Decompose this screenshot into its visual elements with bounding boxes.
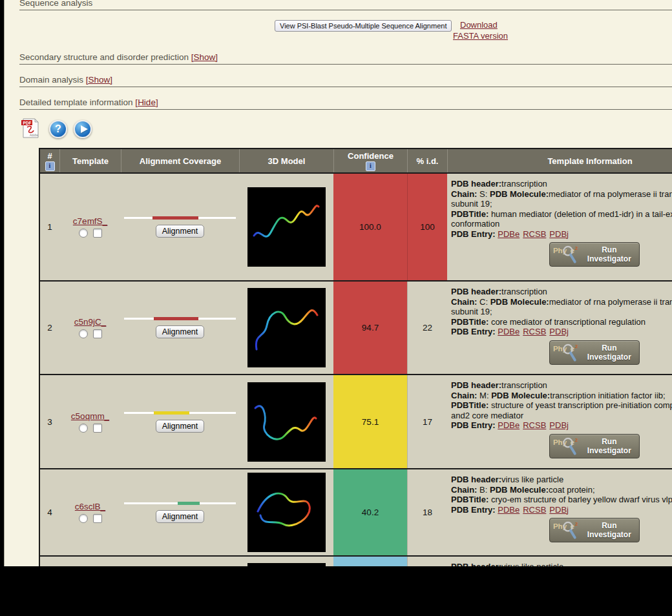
model-cell (239, 282, 333, 374)
results-page: Sequence analysis View PSI-Blast Pseudo-… (0, 0, 672, 566)
template-radio[interactable] (79, 329, 88, 338)
percent-id-value: 18 (423, 508, 432, 517)
phyre2-logo-icon: Phye2 (552, 518, 580, 542)
template-link[interactable]: c5n9jC_ (74, 317, 107, 327)
pdb-entry-link[interactable]: PDBe (498, 420, 520, 430)
svg-text:2: 2 (575, 343, 578, 349)
pdb-title-line: PDBTitle: core mediator of transcription… (451, 317, 646, 327)
template-link[interactable]: c5oqmm_ (71, 411, 109, 421)
column-header-coverage: Alignment Coverage (121, 149, 239, 172)
table-row: 1c7emfS_Alignment100.0100PDB header:tran… (40, 172, 672, 280)
column-header-confidence: Confidence i (333, 149, 407, 172)
run-investigator-button[interactable]: Phye2Run Investigator (549, 434, 640, 458)
pdb-entry-link[interactable]: PDBe (498, 505, 520, 515)
template-checkbox[interactable] (93, 514, 102, 523)
pdb-entry-link[interactable]: PDBj (549, 505, 569, 515)
template-radio[interactable] (79, 514, 88, 523)
percent-id-value: 22 (423, 323, 432, 333)
model-thumbnail[interactable] (247, 382, 326, 462)
section-domain-analysis: Domain analysis [Show] (19, 75, 672, 87)
hide-detailed-link[interactable]: [Hide] (135, 98, 158, 107)
pdb-entry-link[interactable]: RCSB (523, 505, 546, 515)
svg-text:PDF: PDF (23, 121, 32, 125)
rank-value: 2 (47, 323, 52, 333)
run-investigator-button[interactable]: Phye2Run Investigator (549, 242, 640, 267)
coverage-cell (121, 557, 239, 566)
pdb-entry-link[interactable]: RCSB (523, 420, 546, 430)
coverage-bar (123, 411, 237, 415)
model-thumbnail[interactable] (247, 473, 326, 552)
template-checkbox[interactable] (93, 329, 102, 338)
template-cell: c5n9jC_ (59, 282, 121, 374)
coverage-bar (123, 317, 237, 320)
view-psi-blast-button[interactable]: View PSI-Blast Pseudo-Multiple Sequence … (275, 20, 452, 32)
model-cell (239, 469, 333, 555)
section-title: Domain analysis (19, 75, 83, 85)
table-row: PDB header:virus like particleChain: A: … (40, 555, 672, 566)
pdb-entry-link[interactable]: PDBj (549, 420, 569, 430)
template-link[interactable]: c6sclB_ (75, 502, 105, 511)
download-link[interactable]: Download (460, 20, 498, 30)
pdb-entry-link[interactable]: RCSB (523, 327, 546, 336)
rank-cell: 4 (40, 469, 59, 555)
coverage-segment (152, 216, 198, 220)
info-icon[interactable]: i (366, 161, 375, 171)
percent-id-value: 100 (420, 222, 435, 232)
confidence-cell (333, 557, 407, 566)
coverage-cell: Alignment (121, 375, 239, 468)
pdb-entry-link[interactable]: PDBj (549, 327, 569, 336)
template-link[interactable]: c7emfS_ (73, 216, 107, 226)
section-title: Detailed template information (19, 98, 133, 107)
confidence-value: 75.1 (362, 417, 379, 427)
template-controls (79, 424, 102, 433)
pdf-export-icon[interactable]: PDF Adobe (21, 118, 39, 138)
left-border-line (4, 0, 5, 566)
title-continuation-line: conformation (451, 219, 499, 229)
rank-value: 4 (47, 508, 52, 517)
fasta-version-link[interactable]: FASTA version (453, 31, 508, 41)
template-radio[interactable] (79, 229, 88, 238)
percent-id-cell: 17 (407, 375, 447, 468)
template-checkbox[interactable] (93, 229, 102, 238)
alignment-button[interactable]: Alignment (156, 225, 205, 238)
run-investigator-label: Run Investigator (582, 344, 636, 362)
chain-molecule-line: Chain: S: PDB Molecule:mediator of rna p… (451, 189, 672, 200)
run-investigator-label: Run Investigator (582, 437, 636, 455)
run-investigator-button[interactable]: Phye2Run Investigator (549, 340, 640, 365)
show-secondary-link[interactable]: [Show] (191, 52, 218, 62)
model-thumbnail[interactable] (247, 187, 326, 267)
pdb-title-line: PDBTitle: cryo-em structure of barley ye… (451, 495, 672, 505)
section-detailed-template-info: Detailed template information [Hide] (19, 98, 672, 110)
run-investigator-button[interactable]: Phye2Run Investigator (549, 518, 640, 542)
pdb-header-line: PDB header:virus like particle (451, 475, 563, 485)
run-investigator-label: Run Investigator (582, 521, 636, 539)
title-continuation-line: and2 core mediator (451, 411, 523, 421)
alignment-button[interactable]: Alignment (156, 510, 205, 523)
play-icon[interactable] (74, 120, 92, 138)
alignment-button[interactable]: Alignment (156, 325, 205, 338)
chain-molecule-line: Chain: M: PDB Molecule:transcription ini… (451, 391, 666, 401)
coverage-segment (178, 502, 200, 505)
pdb-entry-link[interactable]: PDBe (498, 229, 520, 239)
templates-table: # i Template Alignment Coverage 3D Model… (39, 148, 672, 566)
svg-text:2: 2 (575, 245, 578, 251)
pdb-entry-link[interactable]: RCSB (523, 229, 546, 239)
pdb-entry-link[interactable]: PDBe (498, 327, 520, 336)
show-domain-link[interactable]: [Show] (86, 75, 112, 85)
table-row: 3c5oqmm_Alignment75.117PDB header:transc… (40, 374, 672, 468)
model-thumbnail[interactable] (247, 288, 326, 367)
rank-cell: 2 (40, 282, 59, 374)
info-icon[interactable]: i (45, 161, 55, 171)
template-radio[interactable] (79, 424, 88, 433)
pdb-entry-link[interactable]: PDBj (549, 229, 569, 239)
table-row: 4c6sclB_Alignment40.218PDB header:virus … (40, 468, 672, 555)
svg-text:Adobe: Adobe (30, 134, 39, 137)
template-info-cell: PDB header:transcriptionChain: S: PDB Mo… (447, 174, 672, 280)
pdb-title-line: PDBTitle: structure of yeast transcripti… (451, 400, 672, 411)
help-icon[interactable]: ? (49, 120, 67, 138)
rank-cell: 1 (40, 174, 59, 280)
percent-id-value: 17 (423, 417, 432, 427)
alignment-button[interactable]: Alignment (156, 420, 205, 433)
template-checkbox[interactable] (93, 424, 102, 433)
template-info-cell: PDB header:virus like particleChain: B: … (447, 469, 672, 555)
